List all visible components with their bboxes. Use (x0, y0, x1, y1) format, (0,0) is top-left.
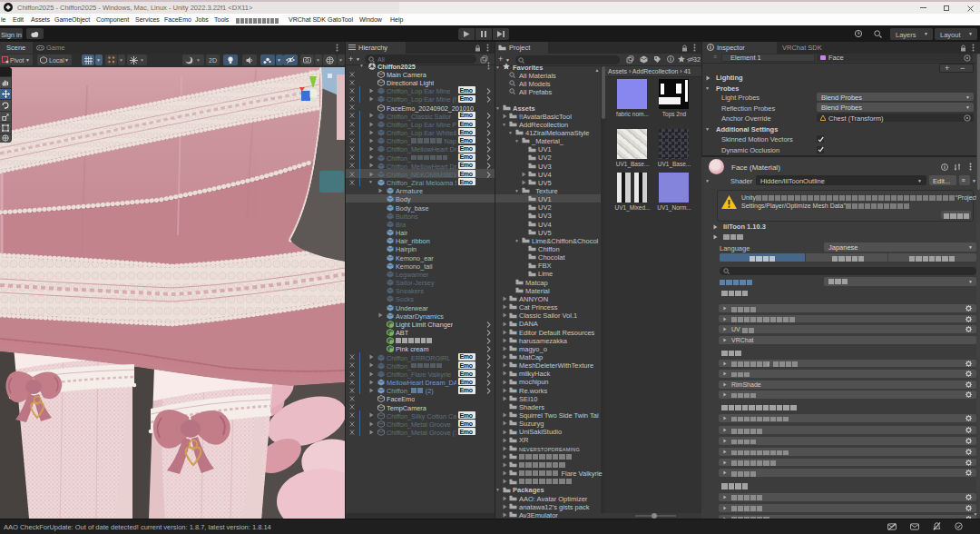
svg-text:Y: Y (309, 69, 314, 75)
